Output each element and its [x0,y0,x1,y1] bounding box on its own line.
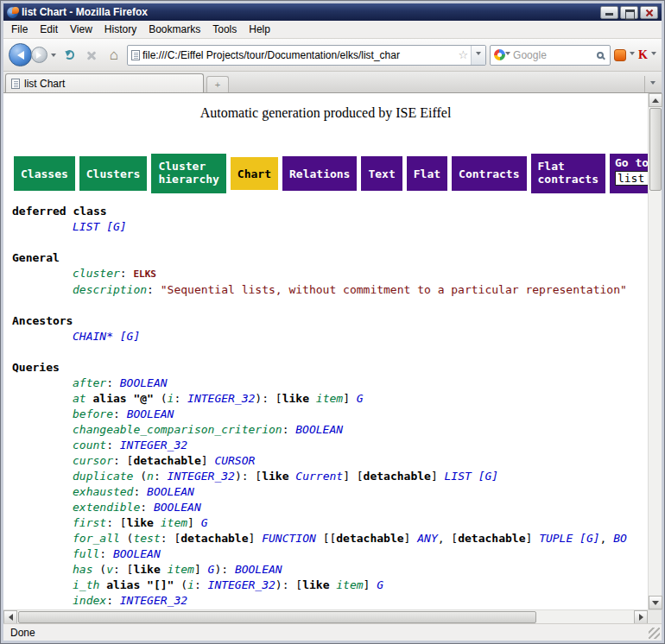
goto-input[interactable] [615,171,648,186]
class-link[interactable]: INTEGER_32 [168,470,235,483]
reload-button[interactable] [60,46,79,65]
class-link[interactable]: [G] [478,470,498,483]
class-link[interactable]: BO [613,532,627,545]
close-button[interactable] [640,6,658,19]
class-link[interactable]: Current [295,470,343,483]
addon-k-icon[interactable] [638,48,648,62]
list-all-tabs-button[interactable] [644,76,660,92]
class-link[interactable]: CURSOR [214,454,255,467]
class-link[interactable]: [G] [580,532,599,545]
nav-clusters[interactable]: Clusters [79,156,148,191]
feature-link[interactable]: i_th [73,578,99,591]
minimize-button[interactable] [600,6,618,19]
back-button[interactable] [9,43,32,66]
feature-link[interactable]: extendible [73,501,140,514]
class-link[interactable]: G [377,578,383,591]
feature-link[interactable]: description [73,283,147,296]
class-link[interactable]: BOOLEAN [127,407,174,420]
class-link[interactable]: INTEGER_32 [208,578,276,591]
nav-contracts[interactable]: Contracts [452,156,526,191]
feature-link[interactable]: first [73,516,106,529]
scroll-down-button[interactable] [649,596,662,609]
hscroll-thumb[interactable] [18,611,536,623]
forward-button[interactable] [31,47,48,63]
feature-link[interactable]: exhausted [73,485,133,498]
nav-chart[interactable]: Chart [231,157,278,190]
class-link[interactable]: ANY [417,532,437,545]
class-link[interactable]: BOOLEAN [295,423,343,436]
class-link[interactable]: TUPLE [539,532,573,545]
menu-help[interactable]: Help [243,22,276,37]
menu-history[interactable]: History [98,22,142,37]
feature-link[interactable]: n [147,470,154,483]
class-link[interactable]: BOOLEAN [113,547,161,560]
feature-link[interactable]: index [73,594,106,607]
tab-list-chart[interactable]: list Chart [5,73,204,92]
menu-tools[interactable]: Tools [206,22,243,37]
class-link[interactable]: BOOLEAN [235,563,282,576]
scroll-right-button[interactable] [634,610,648,624]
nav-cluster-hierarchy[interactable]: Cluster hierarchy [151,154,225,193]
class-link[interactable]: BOOLEAN [154,501,201,514]
menu-bookmarks[interactable]: Bookmarks [142,22,206,37]
nav-classes[interactable]: Classes [14,156,75,191]
nav-text[interactable]: Text [361,156,402,191]
class-link[interactable]: [G] [120,330,140,343]
vertical-scrollbar[interactable] [648,93,662,609]
feature-link[interactable]: count [73,439,106,451]
feature-link[interactable]: after [73,376,106,389]
scroll-left-button[interactable] [3,610,17,624]
resize-grip-icon[interactable] [649,628,660,639]
feature-link[interactable]: before [73,407,113,420]
class-link[interactable]: G [357,392,364,405]
google-logo-icon[interactable] [494,49,505,60]
feature-link[interactable]: cluster [73,267,120,280]
class-link[interactable]: INTEGER_32 [120,594,187,607]
class-link[interactable]: INTEGER_32 [120,439,187,451]
feature-link[interactable]: item [316,392,343,405]
class-link[interactable]: [G] [106,220,126,233]
feature-link[interactable]: item [168,563,194,576]
scroll-up-button[interactable] [649,93,662,107]
nav-flat[interactable]: Flat [407,156,447,191]
nav-relations[interactable]: Relations [282,156,357,191]
addon-orange-icon[interactable] [614,49,626,61]
home-button[interactable] [104,46,124,65]
feature-link[interactable]: duplicate [73,470,133,483]
nav-flat-contracts[interactable]: Flat contracts [531,154,605,193]
feature-link[interactable]: test [133,532,160,545]
search-input[interactable] [510,49,597,61]
feature-link[interactable]: for_all [73,532,120,545]
search-magnifier-icon[interactable] [597,52,604,59]
class-link[interactable]: LIST [73,220,99,233]
menu-file[interactable]: File [5,22,34,37]
stop-button[interactable] [82,46,101,65]
menu-edit[interactable]: Edit [34,22,64,37]
class-link[interactable]: FUNCTION [262,532,316,545]
addon-k-dropdown-icon[interactable] [651,52,656,58]
class-link[interactable]: BOOLEAN [147,485,194,498]
bookmark-star-icon[interactable] [455,48,471,61]
feature-link[interactable]: i [187,578,194,591]
feature-link[interactable]: cursor [73,454,113,467]
address-dropdown-button[interactable] [471,46,485,65]
class-link[interactable]: G [201,516,208,529]
history-dropdown-icon[interactable] [51,54,56,60]
feature-link[interactable]: item [161,516,187,529]
feature-link[interactable]: at [73,392,86,405]
addon-orange-dropdown-icon[interactable] [630,52,635,58]
feature-link[interactable]: v [106,563,113,576]
feature-link[interactable]: item [336,578,363,591]
address-input[interactable] [140,49,455,61]
menu-view[interactable]: View [64,22,98,37]
class-link[interactable]: BOOLEAN [120,376,168,389]
class-link[interactable]: CHAIN* [73,330,113,343]
feature-link[interactable]: changeable_comparison_criterion [73,423,282,436]
maximize-button[interactable] [620,6,638,19]
class-link[interactable]: LIST [445,470,472,483]
horizontal-scrollbar[interactable] [3,609,648,623]
feature-link[interactable]: full [73,547,99,560]
feature-link[interactable]: has [73,563,92,576]
new-tab-button[interactable] [206,76,229,92]
class-link[interactable]: INTEGER_32 [187,392,255,405]
